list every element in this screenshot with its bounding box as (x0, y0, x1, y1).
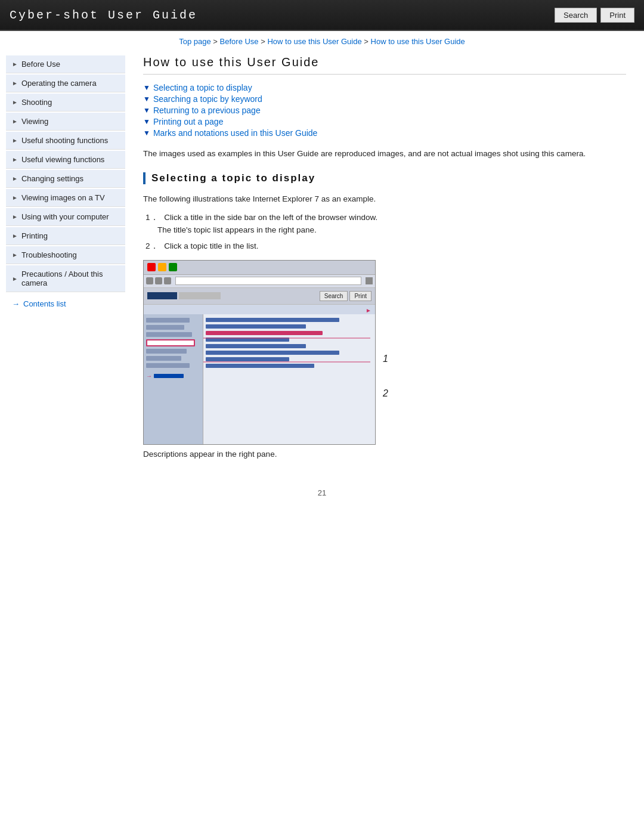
ss-sidebar-row (146, 325, 184, 330)
contents-list-label: Contents list (23, 299, 66, 308)
step-2-text: Click a topic title in the list. (164, 241, 258, 250)
step-list: 1． Click a title in the side bar on the … (143, 211, 626, 252)
toc-arrow-icon: ▼ (143, 129, 150, 137)
nav-addr-bar (179, 292, 221, 299)
header-buttons: Search Print (555, 8, 634, 23)
ss-print-btn: Print (349, 291, 371, 301)
toc-item[interactable]: ▼ Printing out a page (143, 117, 626, 126)
nav-arrow-icon: ► (366, 307, 371, 314)
sidebar-item-viewing-tv[interactable]: ► Viewing images on a TV (6, 189, 125, 207)
footer: 21 (0, 476, 644, 503)
arrow-icon: ► (12, 194, 18, 201)
toolbar-icon (155, 277, 162, 284)
browser-content: → (144, 314, 375, 445)
bottom-text: Descriptions appear in the right pane. (143, 450, 626, 459)
toc-link-search[interactable]: Searching a topic by keyword (153, 94, 262, 104)
page-title: How to use this User Guide (143, 55, 626, 75)
sidebar-item-computer[interactable]: ► Using with your computer (6, 208, 125, 226)
print-button[interactable]: Print (600, 8, 634, 23)
sidebar-label: Printing (21, 231, 48, 240)
arrow-icon: ► (12, 99, 18, 106)
breadcrumb-link-current[interactable]: How to use this User Guide (371, 37, 465, 46)
contents-list-link[interactable]: → Contents list (6, 293, 125, 312)
sidebar-label: Operating the camera (21, 79, 97, 88)
ss-sidebar: → (144, 314, 203, 445)
sidebar-item-operating[interactable]: ► Operating the camera (6, 75, 125, 92)
ss-sidebar-row (146, 332, 192, 337)
breadcrumb-link-how-to-use[interactable]: How to use this User Guide (267, 37, 361, 46)
sidebar-item-precautions[interactable]: ► Precautions / About this camera (6, 265, 125, 292)
step-1-sub: The title's topic list appears in the ri… (145, 224, 626, 236)
breadcrumb-link-before-use[interactable]: Before Use (220, 37, 259, 46)
ss-main-row (206, 318, 339, 322)
toc-item[interactable]: ▼ Returning to a previous page (143, 106, 626, 115)
arrow-icon: ► (12, 118, 18, 125)
toc-item[interactable]: ▼ Searching a topic by keyword (143, 94, 626, 104)
section1-intro: The following illustrations take Interne… (143, 193, 626, 206)
toc-arrow-icon: ▼ (143, 83, 150, 92)
sidebar-label: Useful viewing functions (21, 155, 104, 164)
screenshot-wrapper: Search Print ► (143, 260, 388, 445)
browser-chrome (144, 261, 375, 275)
ss-sidebar-row (146, 356, 181, 361)
arrow-icon: ► (12, 61, 18, 67)
arrow-icon: ► (12, 275, 18, 282)
address-bar (175, 277, 361, 285)
bottom-arrow-icon: → (146, 373, 152, 379)
sidebar-label: Viewing images on a TV (21, 193, 105, 202)
browser-navbtns: Search Print (144, 288, 375, 305)
toc-link-select[interactable]: Selecting a topic to display (153, 83, 252, 92)
sidebar-label: Precautions / About this camera (21, 270, 120, 287)
toc-link-marks[interactable]: Marks and notations used in this User Gu… (153, 128, 317, 138)
sidebar-item-viewing[interactable]: ► Viewing (6, 113, 125, 131)
arrow-icon: ► (12, 80, 18, 86)
ss-sidebar-row-highlight (146, 339, 195, 346)
toolbar-icon (164, 277, 171, 284)
arrow-icon: ► (12, 156, 18, 163)
search-button[interactable]: Search (555, 8, 597, 23)
min-btn-icon (158, 263, 166, 271)
toc-arrow-icon: ▼ (143, 117, 150, 126)
sidebar-label: Viewing (21, 117, 48, 126)
main-layout: ► Before Use ► Operating the camera ► Sh… (0, 49, 644, 476)
section1-title: Selecting a topic to display (143, 172, 626, 184)
header: Cyber-shot User Guide Search Print (0, 0, 644, 31)
arrow-icon: ► (12, 175, 18, 182)
sidebar-item-shooting[interactable]: ► Shooting (6, 94, 125, 112)
sidebar-item-useful-viewing[interactable]: ► Useful viewing functions (6, 151, 125, 169)
ss-main-row (206, 337, 289, 342)
breadcrumb-link-top[interactable]: Top page (179, 37, 211, 46)
sidebar-item-changing-settings[interactable]: ► Changing settings (6, 170, 125, 188)
content-area: How to use this User Guide ▼ Selecting a… (125, 49, 644, 465)
ss-main (203, 314, 375, 445)
sidebar-item-printing[interactable]: ► Printing (6, 227, 125, 245)
ss-main-row (206, 344, 306, 348)
step-2: 2． Click a topic title in the list. (143, 240, 626, 253)
header-title: Cyber-shot User Guide (10, 8, 197, 22)
close-btn-icon (147, 263, 156, 271)
toc-item[interactable]: ▼ Marks and notations used in this User … (143, 128, 626, 138)
ss-sidebar-row (146, 318, 190, 323)
annotation-2: 2 (383, 388, 388, 399)
sidebar-item-troubleshooting[interactable]: ► Troubleshooting (6, 246, 125, 264)
toc-arrow-icon: ▼ (143, 106, 150, 114)
toc-item[interactable]: ▼ Selecting a topic to display (143, 83, 626, 92)
contents-bar (154, 374, 184, 378)
sidebar-label: Useful shooting functions (21, 136, 108, 145)
arrow-icon: ► (12, 252, 18, 258)
toc-list: ▼ Selecting a topic to display ▼ Searchi… (143, 83, 626, 138)
browser-toolbar (144, 275, 375, 288)
toc-link-return[interactable]: Returning to a previous page (153, 106, 261, 115)
sidebar-item-before-use[interactable]: ► Before Use (6, 55, 125, 73)
toc-link-print[interactable]: Printing out a page (153, 117, 224, 126)
sidebar: ► Before Use ► Operating the camera ► Sh… (0, 49, 125, 465)
page-number: 21 (318, 488, 326, 497)
ss-main-row (206, 357, 289, 361)
ss-sidebar-row (146, 363, 190, 368)
ss-main-row (206, 364, 314, 368)
screenshot-image: Search Print ► (143, 260, 376, 445)
ss-main-row (206, 324, 306, 329)
sidebar-item-useful-shooting[interactable]: ► Useful shooting functions (6, 132, 125, 150)
max-btn-icon (169, 263, 177, 271)
intro-text: The images used as examples in this User… (143, 147, 626, 160)
